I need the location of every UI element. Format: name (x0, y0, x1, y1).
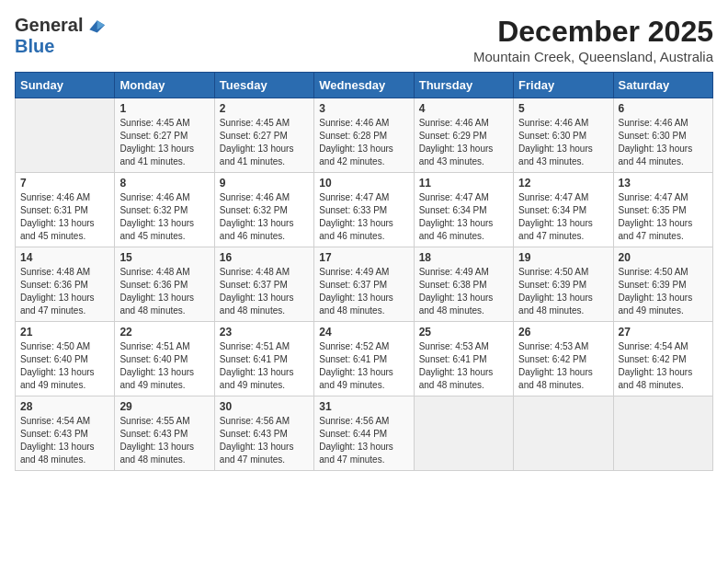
day-info: Sunrise: 4:47 AM Sunset: 6:33 PM Dayligh… (319, 191, 408, 243)
day-number: 14 (20, 251, 109, 264)
day-info: Sunrise: 4:47 AM Sunset: 6:34 PM Dayligh… (419, 191, 508, 243)
day-number: 11 (419, 177, 508, 190)
calendar-cell: 13Sunrise: 4:47 AM Sunset: 6:35 PM Dayli… (613, 173, 712, 247)
day-info: Sunrise: 4:46 AM Sunset: 6:29 PM Dayligh… (419, 117, 508, 168)
day-info: Sunrise: 4:50 AM Sunset: 6:39 PM Dayligh… (518, 266, 608, 317)
logo-blue: Blue (15, 36, 54, 56)
day-info: Sunrise: 4:49 AM Sunset: 6:38 PM Dayligh… (419, 266, 508, 317)
day-number: 13 (619, 177, 708, 190)
day-info: Sunrise: 4:47 AM Sunset: 6:34 PM Dayligh… (518, 191, 608, 243)
logo: General Blue (15, 15, 105, 57)
calendar-cell: 8Sunrise: 4:46 AM Sunset: 6:32 PM Daylig… (115, 173, 214, 247)
calendar-cell: 22Sunrise: 4:51 AM Sunset: 6:40 PM Dayli… (115, 322, 214, 396)
day-number: 2 (220, 102, 309, 115)
calendar-cell: 19Sunrise: 4:50 AM Sunset: 6:39 PM Dayli… (514, 247, 613, 322)
day-number: 23 (220, 326, 309, 339)
calendar-cell: 31Sunrise: 4:56 AM Sunset: 6:44 PM Dayli… (314, 396, 414, 471)
day-info: Sunrise: 4:55 AM Sunset: 6:43 PM Dayligh… (119, 415, 209, 466)
day-info: Sunrise: 4:46 AM Sunset: 6:30 PM Dayligh… (619, 117, 708, 168)
calendar-cell: 18Sunrise: 4:49 AM Sunset: 6:38 PM Dayli… (414, 247, 513, 322)
day-number: 8 (119, 177, 209, 190)
calendar-cell: 21Sunrise: 4:50 AM Sunset: 6:40 PM Dayli… (16, 322, 115, 396)
header-tuesday: Tuesday (214, 73, 313, 98)
calendar-cell: 27Sunrise: 4:54 AM Sunset: 6:42 PM Dayli… (613, 322, 712, 396)
day-info: Sunrise: 4:56 AM Sunset: 6:44 PM Dayligh… (319, 415, 408, 466)
day-info: Sunrise: 4:51 AM Sunset: 6:40 PM Dayligh… (119, 340, 209, 392)
day-info: Sunrise: 4:45 AM Sunset: 6:27 PM Dayligh… (119, 117, 209, 168)
day-info: Sunrise: 4:46 AM Sunset: 6:30 PM Dayligh… (518, 117, 608, 168)
day-number: 21 (20, 326, 109, 339)
calendar-cell: 14Sunrise: 4:48 AM Sunset: 6:36 PM Dayli… (16, 247, 115, 322)
header-thursday: Thursday (414, 73, 513, 98)
week-row: 1Sunrise: 4:45 AM Sunset: 6:27 PM Daylig… (16, 98, 713, 173)
day-info: Sunrise: 4:50 AM Sunset: 6:40 PM Dayligh… (20, 340, 109, 392)
calendar-cell: 15Sunrise: 4:48 AM Sunset: 6:36 PM Dayli… (115, 247, 214, 322)
calendar-cell: 24Sunrise: 4:52 AM Sunset: 6:41 PM Dayli… (314, 322, 414, 396)
calendar-cell: 5Sunrise: 4:46 AM Sunset: 6:30 PM Daylig… (514, 98, 613, 173)
week-row: 28Sunrise: 4:54 AM Sunset: 6:43 PM Dayli… (16, 396, 713, 471)
calendar-cell (514, 396, 613, 471)
calendar-cell: 17Sunrise: 4:49 AM Sunset: 6:37 PM Dayli… (314, 247, 414, 322)
calendar-cell: 7Sunrise: 4:46 AM Sunset: 6:31 PM Daylig… (16, 173, 115, 247)
day-info: Sunrise: 4:46 AM Sunset: 6:31 PM Dayligh… (20, 191, 109, 243)
calendar-cell: 11Sunrise: 4:47 AM Sunset: 6:34 PM Dayli… (414, 173, 513, 247)
day-number: 16 (220, 251, 309, 264)
day-number: 7 (20, 177, 109, 190)
calendar-cell: 25Sunrise: 4:53 AM Sunset: 6:41 PM Dayli… (414, 322, 513, 396)
day-number: 4 (419, 102, 508, 115)
day-number: 6 (619, 102, 708, 115)
month-title: December 2025 (473, 15, 713, 49)
day-number: 25 (419, 326, 508, 339)
header-saturday: Saturday (613, 73, 712, 98)
calendar-cell: 4Sunrise: 4:46 AM Sunset: 6:29 PM Daylig… (414, 98, 513, 173)
day-info: Sunrise: 4:46 AM Sunset: 6:28 PM Dayligh… (319, 117, 408, 168)
calendar-table: SundayMondayTuesdayWednesdayThursdayFrid… (15, 72, 713, 471)
day-number: 9 (220, 177, 309, 190)
calendar-cell (414, 396, 513, 471)
header-monday: Monday (115, 73, 214, 98)
calendar-cell (613, 396, 712, 471)
day-info: Sunrise: 4:54 AM Sunset: 6:43 PM Dayligh… (20, 415, 109, 466)
day-number: 30 (220, 400, 309, 413)
calendar-cell: 9Sunrise: 4:46 AM Sunset: 6:32 PM Daylig… (214, 173, 313, 247)
calendar-cell: 16Sunrise: 4:48 AM Sunset: 6:37 PM Dayli… (214, 247, 313, 322)
day-info: Sunrise: 4:50 AM Sunset: 6:39 PM Dayligh… (619, 266, 708, 317)
header-sunday: Sunday (16, 73, 115, 98)
day-info: Sunrise: 4:45 AM Sunset: 6:27 PM Dayligh… (220, 117, 309, 168)
day-info: Sunrise: 4:54 AM Sunset: 6:42 PM Dayligh… (619, 340, 708, 392)
page-header: General Blue December 2025 Mountain Cree… (15, 15, 713, 64)
day-number: 24 (319, 326, 408, 339)
calendar-cell: 29Sunrise: 4:55 AM Sunset: 6:43 PM Dayli… (115, 396, 214, 471)
day-info: Sunrise: 4:51 AM Sunset: 6:41 PM Dayligh… (220, 340, 309, 392)
week-row: 7Sunrise: 4:46 AM Sunset: 6:31 PM Daylig… (16, 173, 713, 247)
day-number: 22 (119, 326, 209, 339)
calendar-cell: 3Sunrise: 4:46 AM Sunset: 6:28 PM Daylig… (314, 98, 414, 173)
day-info: Sunrise: 4:49 AM Sunset: 6:37 PM Dayligh… (319, 266, 408, 317)
day-number: 18 (419, 251, 508, 264)
day-info: Sunrise: 4:46 AM Sunset: 6:32 PM Dayligh… (119, 191, 209, 243)
calendar-cell: 30Sunrise: 4:56 AM Sunset: 6:43 PM Dayli… (214, 396, 313, 471)
day-number: 27 (619, 326, 708, 339)
day-info: Sunrise: 4:48 AM Sunset: 6:37 PM Dayligh… (220, 266, 309, 317)
calendar-cell: 28Sunrise: 4:54 AM Sunset: 6:43 PM Dayli… (16, 396, 115, 471)
logo-icon (86, 17, 105, 35)
day-number: 31 (319, 400, 408, 413)
day-number: 17 (319, 251, 408, 264)
calendar-cell: 1Sunrise: 4:45 AM Sunset: 6:27 PM Daylig… (115, 98, 214, 173)
week-row: 14Sunrise: 4:48 AM Sunset: 6:36 PM Dayli… (16, 247, 713, 322)
day-number: 26 (518, 326, 608, 339)
day-number: 29 (119, 400, 209, 413)
logo-general: General (15, 15, 83, 36)
day-number: 19 (518, 251, 608, 264)
week-row: 21Sunrise: 4:50 AM Sunset: 6:40 PM Dayli… (16, 322, 713, 396)
subtitle: Mountain Creek, Queensland, Australia (473, 49, 713, 64)
day-info: Sunrise: 4:48 AM Sunset: 6:36 PM Dayligh… (20, 266, 109, 317)
title-block: December 2025 Mountain Creek, Queensland… (473, 15, 713, 64)
day-info: Sunrise: 4:48 AM Sunset: 6:36 PM Dayligh… (119, 266, 209, 317)
day-info: Sunrise: 4:47 AM Sunset: 6:35 PM Dayligh… (619, 191, 708, 243)
day-number: 15 (119, 251, 209, 264)
day-number: 28 (20, 400, 109, 413)
calendar-cell: 10Sunrise: 4:47 AM Sunset: 6:33 PM Dayli… (314, 173, 414, 247)
calendar-cell (16, 98, 115, 173)
day-info: Sunrise: 4:52 AM Sunset: 6:41 PM Dayligh… (319, 340, 408, 392)
